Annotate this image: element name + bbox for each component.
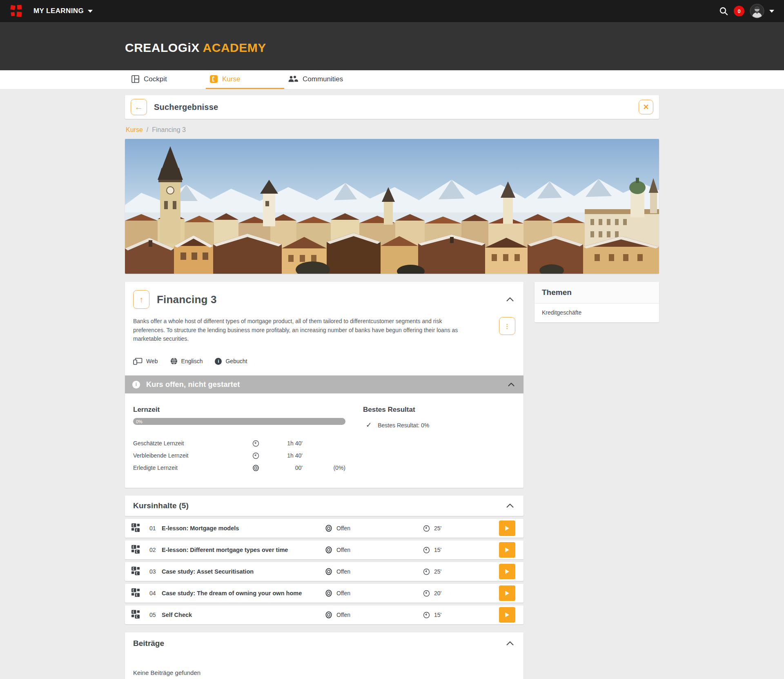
- search-icon: [719, 6, 728, 16]
- lesson-tiles-icon: [131, 588, 149, 599]
- logo-text-crealogix: CREALOGiX: [125, 41, 200, 54]
- play-icon: [505, 590, 510, 596]
- topbar: MY LEARNING 0: [0, 0, 784, 22]
- clock-icon: [423, 590, 430, 597]
- main-nav: Cockpit Kurse Communities: [0, 70, 784, 89]
- meta-label: Gebucht: [225, 358, 247, 364]
- chevron-up-icon: [506, 641, 514, 645]
- item-number: 02: [149, 547, 162, 553]
- item-duration: 15': [423, 547, 492, 554]
- city-panorama-illustration: [125, 139, 659, 274]
- lernzeit-row-extra: (0%): [303, 465, 345, 471]
- collapse-beitraege-button[interactable]: [505, 640, 515, 647]
- course-options-button[interactable]: ⋮: [499, 317, 515, 335]
- ring-icon: [252, 465, 259, 471]
- lernzeit-block: Lernzeit 0% Geschätzte Lernzeit 1h 40' V…: [133, 406, 345, 474]
- item-status-label: Offen: [336, 590, 350, 596]
- item-status-label: Offen: [336, 568, 350, 575]
- lernzeit-row-value: 1h 40': [264, 452, 303, 459]
- chevron-up-icon: [506, 297, 514, 302]
- item-status-label: Offen: [336, 547, 350, 553]
- chevron-down-icon: [769, 10, 774, 13]
- crealogix-red-squares-logo: [10, 4, 23, 18]
- item-duration: 15': [423, 612, 492, 619]
- collapse-status-button[interactable]: [506, 381, 516, 388]
- notification-count-badge: 0: [734, 6, 744, 16]
- course-hero-image: [125, 139, 659, 274]
- item-status-label: Offen: [336, 612, 350, 618]
- tab-cockpit[interactable]: Cockpit: [127, 70, 206, 89]
- kursinhalte-section: Kursinhalte (5) 01 E-lesson: Mortgage mo…: [125, 496, 523, 624]
- lernzeit-heading: Lernzeit: [133, 406, 345, 414]
- play-button[interactable]: [499, 542, 515, 558]
- globe-icon: [170, 357, 178, 365]
- item-number: 01: [149, 525, 162, 532]
- lernzeit-row-label: Erledigte Lernzeit: [133, 465, 247, 471]
- my-learning-menu[interactable]: MY LEARNING: [33, 7, 93, 15]
- meta-label: Englisch: [181, 358, 203, 364]
- item-title: E-lesson: Mortgage models: [162, 525, 325, 532]
- search-results-title: Suchergebnisse: [154, 103, 218, 112]
- user-menu[interactable]: [750, 4, 774, 18]
- course-content-row: 04 Case study: The dream of owning your …: [125, 584, 523, 603]
- bestes-resultat-block: Bestes Resultat ✓ Bestes Resultat: 0%: [363, 406, 429, 474]
- play-button[interactable]: [499, 585, 515, 601]
- logo-text-academy: ACADEMY: [203, 41, 266, 54]
- course-description: Banks offer a whole host of different ty…: [133, 317, 475, 344]
- item-number: 05: [149, 612, 162, 618]
- item-duration-label: 15': [434, 612, 441, 618]
- search-results-panel: ← Suchergebnisse ✕: [125, 95, 659, 119]
- play-button[interactable]: [499, 564, 515, 579]
- meta-web: Web: [133, 358, 158, 365]
- item-title: E-lesson: Different mortgage types over …: [162, 547, 325, 553]
- breadcrumb-kurse-link[interactable]: Kurse: [126, 126, 143, 134]
- item-number: 04: [149, 590, 162, 596]
- breadcrumb-current: Financing 3: [152, 126, 186, 134]
- item-duration-label: 15': [434, 547, 441, 553]
- course-content-row: 03 Case study: Asset Securitisation Offe…: [125, 562, 523, 581]
- devices-icon: [133, 358, 143, 365]
- clock-icon: [423, 612, 430, 619]
- back-button[interactable]: ←: [131, 99, 147, 115]
- raise-course-button[interactable]: ↑: [133, 290, 149, 309]
- meta-label: Web: [146, 358, 158, 364]
- chevron-up-icon: [506, 504, 514, 508]
- tab-kurse[interactable]: Kurse: [206, 70, 284, 89]
- item-status: Offen: [325, 611, 423, 619]
- ring-icon: [325, 525, 332, 532]
- lernzeit-row: Geschätzte Lernzeit 1h 40': [133, 437, 345, 449]
- lernzeit-row-label: Verbleibende Lernzeit: [133, 452, 247, 459]
- item-title: Case study: Asset Securitisation: [162, 568, 325, 575]
- crealogix-academy-logo: CREALOGiX ACADEMY: [125, 41, 659, 55]
- breadcrumb: Kurse / Financing 3: [126, 126, 658, 134]
- lernzeit-row-value: 00': [264, 465, 303, 471]
- progress-label: 0%: [136, 419, 143, 424]
- course-card: ↑ Financing 3 Banks offer a whole host o…: [125, 282, 523, 488]
- play-button[interactable]: [499, 607, 515, 623]
- tab-communities[interactable]: Communities: [284, 70, 363, 89]
- my-learning-label: MY LEARNING: [33, 7, 84, 15]
- clock-icon: [252, 440, 259, 447]
- lernzeit-progress-bar: 0%: [133, 418, 345, 425]
- course-status-bar[interactable]: i Kurs offen, nicht gestartet: [125, 375, 523, 393]
- lernzeit-row: Verbleibende Lernzeit 1h 40': [133, 449, 345, 462]
- close-button[interactable]: ✕: [639, 100, 653, 114]
- course-content-row: 05 Self Check Offen 15': [125, 605, 523, 624]
- play-icon: [505, 612, 510, 618]
- ring-icon: [325, 611, 332, 619]
- search-button[interactable]: [719, 6, 728, 16]
- clock-icon: [423, 525, 430, 532]
- ring-icon: [325, 568, 332, 575]
- item-duration: 20': [423, 590, 492, 597]
- item-duration-label: 25': [434, 568, 441, 575]
- tab-label: Kurse: [222, 75, 240, 83]
- avatar: [750, 4, 764, 18]
- lernzeit-row-label: Geschätzte Lernzeit: [133, 440, 247, 447]
- play-button[interactable]: [499, 520, 515, 536]
- cockpit-grid-icon: [131, 75, 139, 83]
- lernzeit-row-value: 1h 40': [264, 440, 303, 447]
- collapse-kursinhalte-button[interactable]: [505, 502, 515, 509]
- themen-item-kreditgeschaefte[interactable]: Kreditgeschäfte: [535, 304, 659, 322]
- tab-label: Cockpit: [144, 75, 167, 83]
- collapse-course-button[interactable]: [505, 296, 515, 303]
